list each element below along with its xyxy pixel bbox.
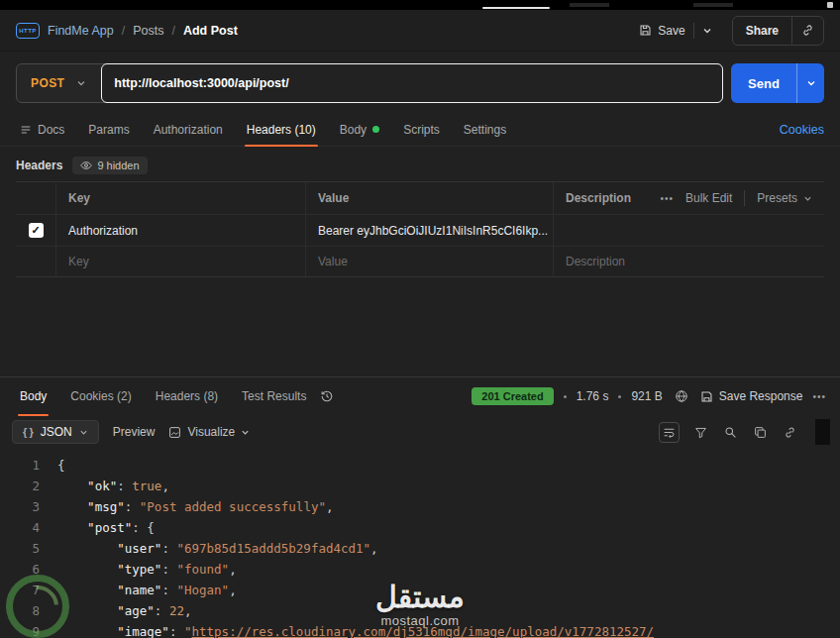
headers-section-header: Headers 9 hidden bbox=[0, 147, 840, 181]
save-response-button[interactable]: Save Response bbox=[700, 389, 803, 403]
visualize-button[interactable]: Visualize bbox=[168, 425, 250, 439]
eye-icon bbox=[80, 160, 92, 171]
header-row-authorization: ✓ Authorization Bearer eyJhbGciOiJIUzI1N… bbox=[16, 215, 824, 247]
url-input-wrap bbox=[101, 63, 723, 103]
table-actions: ••• Bulk Edit Presets bbox=[660, 190, 812, 206]
format-dropdown[interactable]: { } JSON bbox=[12, 420, 99, 444]
save-group: Save bbox=[631, 18, 719, 44]
json-token: { bbox=[147, 520, 155, 535]
search-button[interactable] bbox=[722, 424, 739, 441]
line-number: 1 bbox=[0, 455, 57, 476]
tab-params[interactable]: Params bbox=[76, 113, 141, 146]
tab-authorization[interactable]: Authorization bbox=[142, 113, 235, 146]
request-tabs-row: DocsParamsAuthorizationHeaders (10)BodyS… bbox=[0, 113, 840, 147]
divider bbox=[744, 190, 745, 206]
json-token bbox=[57, 583, 117, 597]
send-group: Send bbox=[731, 63, 824, 103]
url-input[interactable] bbox=[102, 64, 722, 102]
save-response-label: Save Response bbox=[719, 389, 803, 403]
json-token: "697b85d15addd5b29fad4cd1" bbox=[176, 541, 370, 556]
tab-docs[interactable]: Docs bbox=[8, 113, 76, 146]
status-badge: 201 Created bbox=[472, 387, 553, 405]
body-modified-dot bbox=[372, 126, 379, 133]
copy-button[interactable] bbox=[752, 424, 769, 441]
chevron-down-icon bbox=[241, 428, 250, 437]
presets-dropdown[interactable]: Presets bbox=[757, 191, 812, 205]
response-link-button[interactable] bbox=[782, 424, 798, 441]
send-dropdown-button[interactable] bbox=[796, 63, 824, 103]
json-token: , bbox=[229, 583, 237, 597]
code-line: 5 "user": "697b85d15addd5b29fad4cd1", bbox=[0, 538, 840, 559]
value-cell[interactable]: Bearer eyJhbGciOiJIUzI1NiIsInR5cCI6Ikp..… bbox=[305, 215, 553, 246]
json-token bbox=[57, 603, 117, 618]
json-url-link[interactable]: https://res.cloudinary.com/dj5316mqd/ima… bbox=[192, 624, 655, 638]
select-all-cell bbox=[16, 182, 55, 214]
code-line: 9 "image": "https://res.cloudinary.com/d… bbox=[0, 621, 840, 638]
share-link-button[interactable] bbox=[791, 17, 823, 44]
tab-body[interactable]: Body bbox=[8, 377, 58, 415]
send-button[interactable]: Send bbox=[731, 63, 796, 103]
key-cell-placeholder[interactable]: Key bbox=[55, 247, 305, 276]
network-info-button[interactable] bbox=[673, 387, 690, 405]
line-number: 9 bbox=[0, 621, 57, 638]
tab-label: Authorization bbox=[154, 123, 223, 137]
response-more-options[interactable]: ••• bbox=[812, 391, 826, 402]
cookies-link[interactable]: Cookies bbox=[780, 123, 824, 137]
link-icon bbox=[801, 24, 814, 37]
response-history-button[interactable] bbox=[318, 387, 336, 405]
breadcrumb-request-name[interactable]: Add Post bbox=[183, 24, 238, 38]
save-response-icon bbox=[700, 390, 713, 403]
row-checkbox-cell bbox=[16, 247, 55, 276]
chevron-down-icon bbox=[79, 428, 88, 437]
tab-headers-8[interactable]: Headers (8) bbox=[144, 377, 230, 415]
hidden-headers-toggle[interactable]: 9 hidden bbox=[72, 157, 147, 174]
tab-test-results[interactable]: Test Results bbox=[230, 377, 318, 415]
bulk-edit-button[interactable]: Bulk Edit bbox=[685, 191, 732, 205]
method-selector[interactable]: POST bbox=[17, 64, 102, 102]
scrollbar-thumb[interactable] bbox=[815, 419, 830, 445]
line-content: "name": "Hogan", bbox=[57, 580, 237, 600]
row-checkbox[interactable]: ✓ bbox=[29, 223, 44, 238]
line-number: 7 bbox=[0, 580, 57, 600]
tab-headers-10[interactable]: Headers (10) bbox=[235, 113, 328, 146]
tab-label: Headers (8) bbox=[156, 389, 218, 403]
json-token: , bbox=[370, 541, 378, 556]
column-header-key: Key bbox=[55, 182, 305, 214]
json-token: , bbox=[184, 603, 192, 618]
value-cell-placeholder[interactable]: Value bbox=[305, 247, 553, 276]
line-content: { bbox=[57, 455, 65, 476]
share-button[interactable]: Share bbox=[733, 17, 791, 45]
chevron-down-icon bbox=[76, 78, 86, 88]
save-dropdown-button[interactable] bbox=[694, 20, 720, 42]
tab-label: Docs bbox=[38, 123, 64, 137]
json-token: "name" bbox=[117, 583, 161, 597]
row-checkbox-cell: ✓ bbox=[16, 215, 55, 246]
code-line: 7 "name": "Hogan", bbox=[0, 580, 840, 600]
line-number: 4 bbox=[0, 517, 57, 538]
filter-button[interactable] bbox=[692, 424, 709, 441]
visualize-label: Visualize bbox=[187, 425, 235, 439]
json-token: "msg" bbox=[87, 499, 125, 514]
json-token: "Hogan" bbox=[176, 583, 229, 597]
json-token: : bbox=[132, 520, 147, 535]
save-button[interactable]: Save bbox=[631, 18, 692, 44]
description-cell-placeholder[interactable]: Description bbox=[553, 247, 824, 276]
breadcrumb-collection[interactable]: Posts bbox=[133, 24, 163, 38]
save-icon bbox=[639, 24, 652, 37]
more-options-icon[interactable]: ••• bbox=[660, 193, 674, 204]
breadcrumb-workspace[interactable]: FindMe App bbox=[48, 24, 114, 38]
tab-body[interactable]: Body bbox=[328, 113, 391, 146]
format-label: JSON bbox=[41, 425, 72, 439]
key-cell[interactable]: Authorization bbox=[55, 215, 305, 246]
json-token: "age" bbox=[117, 603, 155, 618]
tab-cookies-2[interactable]: Cookies (2) bbox=[58, 377, 143, 415]
preview-button[interactable]: Preview bbox=[113, 425, 156, 439]
json-token: "type" bbox=[117, 562, 161, 577]
wrap-text-button[interactable] bbox=[659, 422, 680, 443]
json-token: , bbox=[161, 478, 169, 493]
tab-settings[interactable]: Settings bbox=[452, 113, 518, 146]
tab-scripts[interactable]: Scripts bbox=[391, 113, 452, 146]
json-token: : bbox=[117, 478, 132, 493]
request-tabs: DocsParamsAuthorizationHeaders (10)BodyS… bbox=[8, 113, 518, 146]
description-cell[interactable] bbox=[553, 215, 824, 246]
